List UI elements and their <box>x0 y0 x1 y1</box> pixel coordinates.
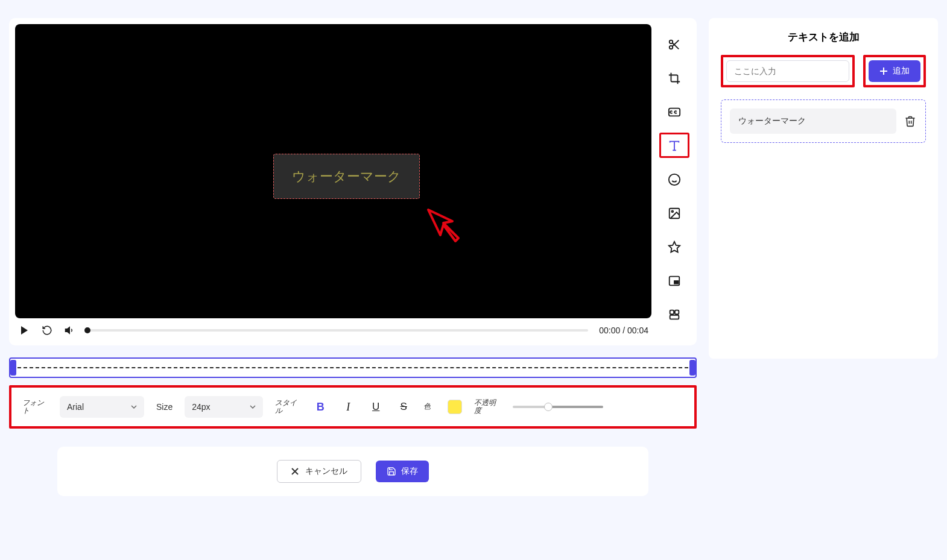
plus-icon <box>879 67 888 75</box>
bold-button[interactable]: B <box>312 399 328 415</box>
svg-rect-16 <box>670 310 673 314</box>
cancel-label: キャンセル <box>305 466 347 477</box>
pip-icon[interactable] <box>666 272 683 289</box>
add-button-highlight: 追加 <box>863 55 926 87</box>
size-label: Size <box>156 402 173 412</box>
style-label: スタイル <box>275 399 300 415</box>
image-icon[interactable] <box>666 205 683 222</box>
save-label: 保存 <box>401 466 418 477</box>
font-label: フォント <box>22 399 48 415</box>
timeline-handle-left[interactable] <box>10 360 16 376</box>
time-display: 00:00 / 00:04 <box>599 326 648 335</box>
color-swatch[interactable] <box>448 400 462 414</box>
color-label: 色 <box>423 403 435 411</box>
close-icon <box>291 467 299 476</box>
progress-handle[interactable] <box>84 327 90 333</box>
add-button[interactable]: 追加 <box>869 60 920 82</box>
play-button[interactable] <box>18 324 30 336</box>
watermark-text: ウォーターマーク <box>292 168 401 186</box>
text-style-toolbar: フォント Arial Size 24px スタイル B I U S 色 不透明度 <box>9 385 697 429</box>
save-button[interactable]: 保存 <box>376 461 429 482</box>
opacity-slider[interactable] <box>513 406 603 408</box>
video-preview[interactable]: ウォーターマーク <box>15 24 651 318</box>
opacity-knob[interactable] <box>544 403 553 411</box>
scissors-icon[interactable] <box>666 36 683 53</box>
save-icon <box>387 467 396 476</box>
trash-icon[interactable] <box>904 115 917 128</box>
star-icon[interactable] <box>666 239 683 256</box>
opacity-label: 不透明度 <box>474 399 501 415</box>
watermark-overlay[interactable]: ウォーターマーク <box>273 154 420 199</box>
timeline-handle-right[interactable] <box>689 360 695 376</box>
text-item-label[interactable]: ウォーターマーク <box>730 109 896 134</box>
underline-button[interactable]: U <box>368 399 384 415</box>
replay-button[interactable] <box>41 324 53 336</box>
player-controls: 00:00 / 00:04 <box>15 318 651 336</box>
video-wrap: ウォーターマーク <box>15 24 651 336</box>
text-input[interactable] <box>726 60 849 82</box>
editor-card: ウォーターマーク <box>9 18 697 345</box>
volume-button[interactable] <box>64 324 76 336</box>
timeline-track <box>17 367 688 368</box>
add-text-row: 追加 <box>721 55 926 87</box>
timeline-clip[interactable] <box>9 357 697 378</box>
svg-marker-0 <box>66 327 70 334</box>
svg-point-1 <box>669 40 673 44</box>
svg-marker-13 <box>668 242 679 252</box>
layers-icon[interactable] <box>666 306 683 323</box>
svg-rect-15 <box>674 281 678 284</box>
active-tool-highlight <box>659 133 689 158</box>
text-icon[interactable] <box>666 137 683 154</box>
svg-point-12 <box>671 210 673 212</box>
font-select[interactable]: Arial <box>60 396 144 418</box>
size-value: 24px <box>192 402 210 412</box>
text-panel: テキストを追加 追加 ウォーターマーク <box>709 18 938 359</box>
cursor-annotation-icon <box>425 208 461 244</box>
text-input-highlight <box>721 55 855 87</box>
chevron-down-icon <box>250 404 256 410</box>
tool-rail <box>657 24 691 336</box>
crop-icon[interactable] <box>666 70 683 87</box>
italic-button[interactable]: I <box>340 399 356 415</box>
panel-title: テキストを追加 <box>721 30 926 44</box>
svg-point-2 <box>669 46 673 49</box>
text-item: ウォーターマーク <box>721 99 926 143</box>
svg-point-8 <box>668 174 679 185</box>
svg-rect-17 <box>674 310 678 314</box>
strikethrough-button[interactable]: S <box>396 399 411 415</box>
progress-bar[interactable] <box>87 329 588 332</box>
cancel-button[interactable]: キャンセル <box>277 460 361 483</box>
font-value: Arial <box>67 402 84 412</box>
add-label: 追加 <box>893 66 910 77</box>
chevron-down-icon <box>131 404 137 410</box>
svg-rect-18 <box>670 315 679 319</box>
cc-icon[interactable] <box>666 104 683 121</box>
size-select[interactable]: 24px <box>185 396 263 418</box>
emoji-icon[interactable] <box>666 171 683 188</box>
footer-actions: キャンセル 保存 <box>57 447 648 496</box>
